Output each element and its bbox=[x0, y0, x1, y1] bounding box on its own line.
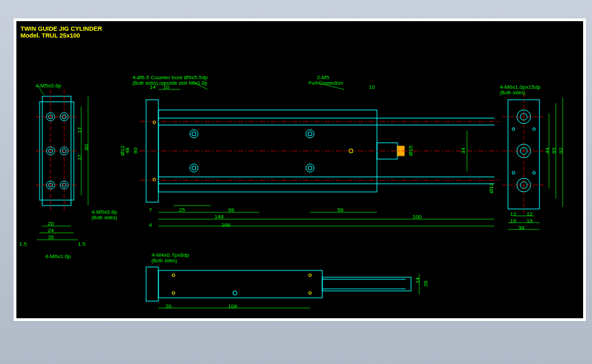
v98: 98 bbox=[228, 207, 234, 213]
v20b: 20 bbox=[165, 303, 171, 309]
svg-point-90 bbox=[233, 291, 237, 295]
svg-point-66 bbox=[512, 128, 515, 130]
svg-point-68 bbox=[512, 171, 515, 174]
v14b: 14 bbox=[414, 277, 421, 283]
svg-rect-81 bbox=[146, 267, 158, 301]
svg-point-86 bbox=[172, 274, 175, 277]
v14: 14 bbox=[150, 84, 156, 90]
dim-4m5: 4-M5x0.8p bbox=[36, 83, 61, 89]
dim-4m4: 4-M4x0.7px8dp bbox=[152, 252, 189, 258]
v15c: Ø15 bbox=[408, 145, 414, 156]
v24: 24 bbox=[48, 227, 54, 234]
svg-point-36 bbox=[306, 130, 314, 138]
v15b: 1.5 bbox=[78, 241, 85, 247]
v108: 108 bbox=[228, 303, 237, 309]
v65: 65 bbox=[551, 148, 557, 154]
svg-point-69 bbox=[533, 171, 535, 174]
cad-canvas: TWIN GUIDE JIG CYLINDER Model. TRUL 25x1… bbox=[14, 18, 586, 321]
svg-point-34 bbox=[190, 130, 198, 138]
svg-point-38 bbox=[192, 132, 196, 136]
v90: 90 bbox=[132, 148, 139, 154]
v44: 44 bbox=[544, 148, 550, 154]
v35: 35 bbox=[48, 234, 54, 240]
v20: 20 bbox=[48, 221, 54, 227]
svg-rect-82 bbox=[158, 270, 322, 298]
v92: 92 bbox=[558, 148, 564, 154]
dim-cbore: 4-Ø6.5 Counter bore Ø9x5.5dp bbox=[132, 74, 208, 81]
note-opp: (Both sides),opposite side M6x1.0p bbox=[132, 81, 207, 85]
svg-point-39 bbox=[192, 166, 196, 170]
dim-4m5b: 4-M5x0.8p bbox=[91, 209, 117, 215]
v10: 10 bbox=[163, 84, 169, 90]
svg-point-41 bbox=[308, 166, 312, 170]
v12b: Ø12 bbox=[488, 183, 494, 193]
v148: 148 bbox=[214, 214, 223, 220]
v100: 100 bbox=[412, 214, 421, 220]
v166: 166 bbox=[221, 222, 230, 228]
svg-point-40 bbox=[308, 132, 312, 136]
v28: 28 bbox=[423, 281, 429, 287]
dim-2m5: 2-M5 bbox=[317, 74, 329, 81]
v34: 34 bbox=[460, 148, 466, 154]
v12a: Ø12 bbox=[119, 145, 126, 156]
v80: 80 bbox=[83, 144, 89, 150]
v12d: 12 bbox=[526, 211, 533, 217]
v19: 19 bbox=[510, 218, 516, 224]
cad-svg bbox=[16, 21, 583, 318]
dim-4m6b: 4-M6x1.0px15dp bbox=[500, 84, 541, 90]
v17: 17 bbox=[76, 127, 83, 133]
v10b: 10 bbox=[369, 84, 375, 90]
svg-point-35 bbox=[190, 164, 198, 172]
v12c: 12 bbox=[510, 211, 516, 217]
svg-point-88 bbox=[172, 292, 175, 294]
v38: 38 bbox=[518, 225, 524, 231]
note-both1: (Both sides) bbox=[91, 215, 117, 220]
note-both3: (Both sides) bbox=[152, 258, 177, 263]
svg-point-87 bbox=[309, 274, 311, 277]
svg-point-89 bbox=[309, 292, 311, 294]
note-both2: (Both sides) bbox=[500, 90, 525, 95]
v19b: 19 bbox=[526, 218, 533, 224]
svg-point-67 bbox=[533, 128, 535, 130]
v7: 7 bbox=[149, 207, 152, 213]
note-port: Port Connection bbox=[309, 81, 343, 85]
v15a: 1.5 bbox=[19, 241, 27, 247]
v25: 25 bbox=[179, 207, 185, 213]
v4: 4 bbox=[149, 222, 152, 228]
v17b: 17 bbox=[76, 154, 83, 160]
svg-point-43 bbox=[153, 178, 156, 181]
dim-4m6: 4-M6x1.0p bbox=[45, 253, 71, 260]
svg-point-37 bbox=[306, 164, 314, 172]
svg-point-42 bbox=[153, 121, 156, 124]
v58: 58 bbox=[337, 207, 343, 213]
